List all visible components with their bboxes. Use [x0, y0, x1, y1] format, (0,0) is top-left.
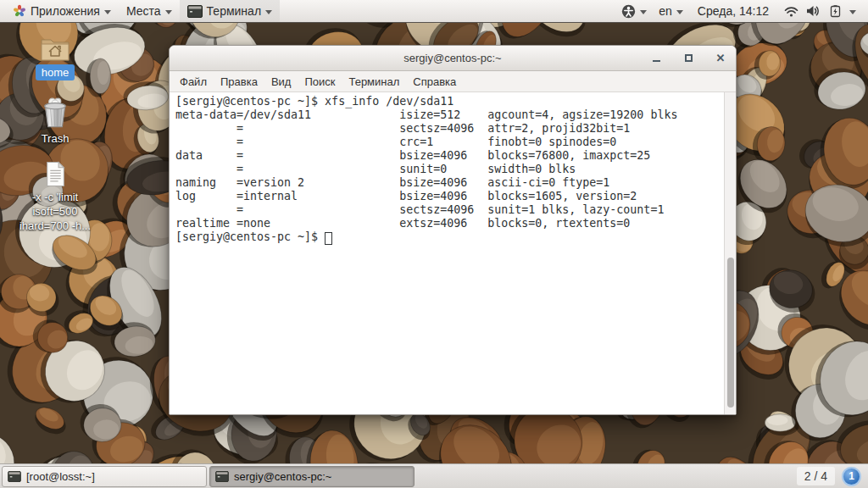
menu-view[interactable]: Вид [264, 73, 298, 91]
chevron-down-icon [849, 10, 856, 14]
chevron-down-icon [640, 10, 647, 14]
desktop-icon-label: home [36, 64, 75, 80]
close-icon: ✕ [716, 53, 726, 64]
chevron-down-icon [676, 10, 683, 14]
desktop-icon-home[interactable]: home [8, 36, 102, 80]
active-app-menu-label: Терминал [207, 4, 261, 18]
accessibility-menu[interactable] [615, 0, 653, 22]
text-file-icon [45, 161, 66, 187]
terminal-scrollbar[interactable] [724, 92, 736, 414]
terminal-cursor [325, 232, 332, 245]
applications-menu-label: Приложения [31, 4, 100, 18]
terminal-content-area: [sergiy@centos-pc ~]$ xfs_info /dev/sda1… [170, 92, 736, 414]
minimize-icon [653, 60, 660, 62]
applications-menu[interactable]: Приложения [5, 0, 119, 22]
terminal-icon [215, 471, 229, 482]
terminal-window: sergiy@centos-pc:~ ✕ Файл Правка Вид Пои… [169, 45, 737, 415]
workspace-badge[interactable]: 1 [842, 467, 861, 486]
chevron-down-icon [265, 10, 272, 14]
desktop-icon-label: Trash [42, 131, 70, 146]
battery-icon [829, 5, 842, 18]
maximize-icon [685, 54, 693, 62]
accessibility-icon [621, 4, 636, 19]
clock[interactable]: Среда, 14:12 [689, 4, 777, 18]
close-button[interactable]: ✕ [714, 52, 727, 65]
keyboard-layout-label: en [659, 4, 672, 18]
menu-search[interactable]: Поиск [298, 73, 342, 91]
minimize-button[interactable] [649, 52, 663, 65]
wifi-icon [784, 6, 798, 17]
home-folder-icon [40, 36, 70, 62]
trash-icon [41, 97, 70, 129]
window-titlebar[interactable]: sergiy@centos-pc:~ ✕ [170, 46, 736, 71]
scrollbar-thumb[interactable] [727, 258, 734, 408]
task-button-label: sergiy@centos-pc:~ [234, 470, 331, 483]
applications-icon [13, 4, 26, 18]
terminal-menubar: Файл Правка Вид Поиск Терминал Справка [170, 71, 736, 92]
active-app-menu[interactable]: Терминал [180, 0, 280, 22]
task-button-label: [root@losst:~] [26, 470, 95, 483]
places-menu-label: Места [126, 4, 161, 18]
maximize-button[interactable] [682, 52, 695, 65]
terminal-icon [8, 471, 21, 482]
desktop-icon-quota-file[interactable]: -x -c 'limit isoft=500 ihard=700 -h... [8, 161, 102, 233]
menu-edit[interactable]: Правка [214, 73, 264, 91]
chevron-down-icon [104, 10, 111, 14]
task-button-root-losst[interactable]: [root@losst:~] [2, 466, 207, 487]
desktop-icon-trash[interactable]: Trash [8, 97, 102, 146]
terminal-screen[interactable]: [sergiy@centos-pc ~]$ xfs_info /dev/sda1… [170, 92, 724, 414]
places-menu[interactable]: Места [119, 0, 180, 22]
chevron-down-icon [165, 10, 172, 14]
taskbar: [root@losst:~] sergiy@centos-pc:~ 2 / 4 … [0, 463, 868, 488]
menu-terminal[interactable]: Терминал [342, 73, 406, 91]
top-panel: Приложения Места Терминал [0, 0, 868, 23]
task-button-sergiy-centos[interactable]: sergiy@centos-pc:~ [209, 466, 415, 487]
menu-help[interactable]: Справка [406, 73, 463, 91]
terminal-icon [187, 5, 203, 18]
menu-file[interactable]: Файл [173, 73, 214, 91]
volume-icon [806, 5, 821, 17]
system-status-menu[interactable] [777, 0, 863, 22]
keyboard-layout-menu[interactable]: en [653, 0, 689, 22]
desktop-icon-label: -x -c 'limit isoft=500 ihard=700 -h... [19, 190, 91, 233]
workspace-pager[interactable]: 2 / 4 [797, 467, 835, 485]
